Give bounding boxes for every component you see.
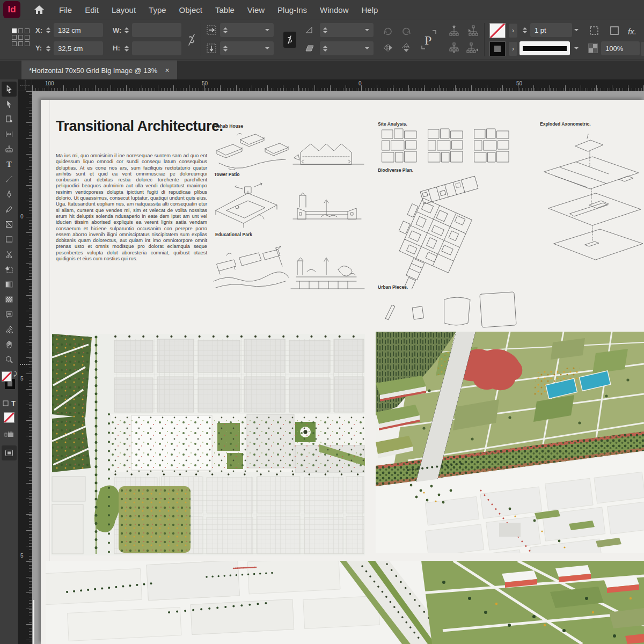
pen-tool[interactable] xyxy=(2,187,17,202)
content-collector-tool[interactable] xyxy=(2,142,17,157)
y-field[interactable]: 32,5 cm xyxy=(54,41,103,55)
indesign-logo[interactable]: Id xyxy=(3,1,20,18)
select-container-reference-icon[interactable]: P xyxy=(420,27,438,52)
frame-tool[interactable] xyxy=(2,217,17,232)
menu-items: File Edit Layout Type Object Table View … xyxy=(59,0,378,19)
pencil-tool[interactable] xyxy=(2,202,17,217)
fill-stroke-indicator[interactable]: ⤸ xyxy=(2,370,17,395)
canvas-pasteboard[interactable]: Transitional Architecture. Ma ius mi, qu… xyxy=(32,91,644,644)
note-tool[interactable] xyxy=(2,307,17,322)
shear-stepper[interactable] xyxy=(322,41,328,55)
stroke-weight-field[interactable]: 1 pt xyxy=(530,23,572,37)
move-down-hierarchy-icon[interactable] xyxy=(447,41,462,54)
document-tab[interactable]: *Horizontal 70x50 Grid Big Image @ 13% × xyxy=(21,61,177,79)
scale-x-stepper[interactable] xyxy=(222,23,229,37)
w-stepper[interactable] xyxy=(123,23,130,37)
formatting-affects-container-icon[interactable] xyxy=(2,400,9,407)
x-stepper[interactable] xyxy=(45,23,52,37)
hand-tool[interactable] xyxy=(2,337,17,352)
previous-object-icon[interactable] xyxy=(465,24,480,37)
x-field[interactable]: 132 cm xyxy=(54,23,103,37)
home-icon[interactable] xyxy=(32,3,46,16)
menu-item-file[interactable]: File xyxy=(59,5,72,14)
rotation-dropdown-icon[interactable] xyxy=(365,29,369,31)
rectangle-tool[interactable] xyxy=(2,232,17,247)
opacity-field[interactable]: 100% xyxy=(601,41,640,55)
menu-item-plugins[interactable]: Plug-Ins xyxy=(277,5,307,14)
stroke-swatch-black[interactable] xyxy=(489,41,506,56)
horizontal-ruler[interactable]: 100 50 0 50 xyxy=(32,79,644,91)
menu-item-view[interactable]: View xyxy=(247,5,265,14)
flip-vertical-icon[interactable] xyxy=(399,41,413,54)
scale-y-stepper[interactable] xyxy=(222,41,229,55)
menu-item-type[interactable]: Type xyxy=(149,5,166,14)
ruler-origin[interactable] xyxy=(18,79,32,91)
x-label: X: xyxy=(35,26,42,34)
vertical-ruler[interactable]: 0 5 5 xyxy=(18,91,32,644)
stroke-type-preview[interactable] xyxy=(519,41,570,55)
stroke-weight-stepper[interactable] xyxy=(522,23,528,37)
apply-last-swatch-button[interactable] xyxy=(2,427,17,442)
fill-options-button[interactable]: › xyxy=(509,24,517,38)
constrain-dimensions-icon[interactable] xyxy=(186,32,197,48)
rehab-house-isometric-sketch xyxy=(213,131,293,175)
menu-item-object[interactable]: Object xyxy=(179,5,202,14)
street-level-render-image xyxy=(46,561,644,644)
stroke-options-button[interactable]: › xyxy=(509,42,517,56)
stroke-type-dropdown-icon[interactable] xyxy=(574,47,579,49)
menu-bar: Id File Edit Layout Type Object Table Vi… xyxy=(0,0,644,19)
w-field[interactable] xyxy=(132,23,181,37)
free-transform-tool[interactable] xyxy=(2,262,17,277)
fill-proxy-swatch-none[interactable] xyxy=(2,371,12,382)
menu-item-layout[interactable]: Layout xyxy=(112,5,136,14)
label-biodiverse-plan: Biodiverse Plan. xyxy=(378,167,413,173)
corner-shape-icon[interactable] xyxy=(609,25,620,36)
opacity-icon xyxy=(588,43,598,53)
swap-fill-stroke-icon[interactable]: ⤸ xyxy=(13,370,17,377)
document-page[interactable]: Transitional Architecture. Ma ius mi, qu… xyxy=(41,100,644,644)
eyedropper-tool[interactable] xyxy=(2,322,17,337)
zoom-tool[interactable] xyxy=(2,352,17,367)
menu-item-table[interactable]: Table xyxy=(215,5,235,14)
w-label: W: xyxy=(113,26,121,34)
constrain-scale-link-icon[interactable] xyxy=(283,32,296,48)
line-tool[interactable] xyxy=(2,172,17,187)
page-tool[interactable] xyxy=(2,112,17,127)
stroke-weight-dropdown-icon[interactable] xyxy=(574,29,579,31)
gradient-feather-tool[interactable] xyxy=(2,292,17,307)
gap-tool[interactable] xyxy=(2,127,17,142)
label-site-analysis: Site Analysis. xyxy=(378,121,407,127)
menu-item-help[interactable]: Help xyxy=(361,5,378,14)
close-tab-icon[interactable]: × xyxy=(165,66,169,75)
rotate-clockwise-icon[interactable] xyxy=(381,24,395,37)
gradient-swatch-tool[interactable] xyxy=(2,277,17,292)
menu-item-window[interactable]: Window xyxy=(320,5,348,14)
fill-swatch-none[interactable] xyxy=(489,23,506,38)
move-up-hierarchy-icon[interactable] xyxy=(447,24,462,37)
rotate-counterclockwise-icon[interactable] xyxy=(399,24,413,37)
screen-mode-button[interactable] xyxy=(2,445,17,460)
formatting-affects-text-icon[interactable]: T xyxy=(11,399,16,407)
type-tool[interactable]: T xyxy=(2,157,17,172)
educational-park-section-sketch xyxy=(289,245,367,296)
flip-horizontal-icon[interactable] xyxy=(381,41,395,54)
h-field[interactable] xyxy=(132,41,181,55)
svg-text:T: T xyxy=(6,160,12,169)
menu-item-edit[interactable]: Edit xyxy=(85,5,99,14)
scale-x-dropdown-icon[interactable] xyxy=(265,29,269,31)
apply-none-button[interactable] xyxy=(4,412,14,423)
direct-selection-tool[interactable] xyxy=(2,97,17,112)
scale-y-dropdown-icon[interactable] xyxy=(265,47,269,49)
corner-options-icon[interactable] xyxy=(588,25,600,36)
effects-button[interactable]: fx. xyxy=(628,27,636,36)
selection-tool[interactable] xyxy=(2,82,17,97)
shear-dropdown-icon[interactable] xyxy=(365,47,369,49)
rotation-stepper[interactable] xyxy=(322,23,328,37)
h-stepper[interactable] xyxy=(123,41,130,55)
reference-point-proxy[interactable] xyxy=(12,28,30,46)
y-stepper[interactable] xyxy=(45,41,52,55)
opacity-options-button[interactable]: › xyxy=(641,42,644,56)
next-object-icon[interactable] xyxy=(465,41,480,54)
scissors-tool[interactable] xyxy=(2,247,17,262)
exploded-axonometric-drawing xyxy=(539,130,644,264)
